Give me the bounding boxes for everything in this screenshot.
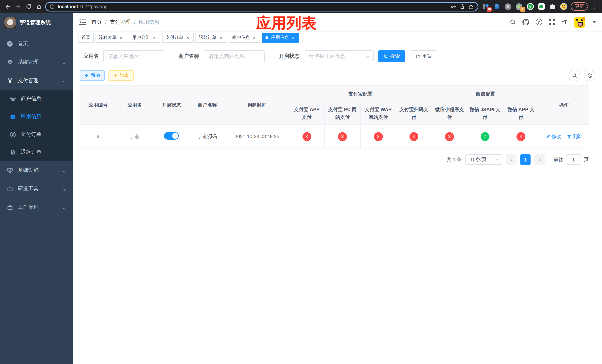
font-size-icon[interactable]: тT	[561, 19, 568, 25]
search-icon	[572, 73, 577, 78]
cell-created: 2021-10-23 08:49:25	[225, 125, 289, 148]
sidebar-item-infrastructure[interactable]: 基础设施	[0, 161, 73, 180]
page-content: 应用列表 应用名 商户名称 开启状态 请选择开启状态	[73, 44, 602, 364]
chevron-down-icon	[62, 205, 66, 209]
help-icon[interactable]: ?	[535, 19, 542, 25]
document-icon	[10, 149, 16, 155]
reload-icon[interactable]	[24, 2, 32, 11]
grid-icon	[10, 114, 16, 120]
col-wx-lite: 微信小程序支付	[432, 102, 467, 125]
breadcrumb-payment[interactable]: 支付管理	[110, 19, 131, 25]
tab-process-form[interactable]: 流程表单×	[96, 33, 127, 43]
page-size-select[interactable]: 10条/页	[465, 154, 502, 165]
col-wx-app: 微信 APP 支付	[503, 102, 539, 125]
cell-enabled	[153, 125, 190, 148]
sidebar: 芋道管理系统 首页 系统管理	[0, 13, 73, 364]
chevron-right-icon	[538, 158, 541, 162]
emoji-extension-icon[interactable]	[560, 3, 567, 10]
merchant-name-input[interactable]	[204, 50, 265, 62]
next-page-button[interactable]	[534, 154, 545, 165]
download-icon	[113, 73, 118, 78]
screenshot-extension-icon[interactable]: 10	[482, 3, 489, 10]
site-info-icon[interactable]	[50, 4, 55, 9]
screen: localhost:1024/pay/app 10 ⌘ 1 y 更新 ⋮	[0, 0, 602, 364]
fullscreen-icon[interactable]	[548, 19, 555, 25]
close-icon[interactable]: ×	[118, 35, 124, 40]
tab-merchant-info[interactable]: 商户信息×	[229, 33, 260, 43]
app-name-input[interactable]	[103, 50, 164, 62]
merchant-name-label: 商户名称	[178, 53, 199, 60]
tab-refund-orders[interactable]: 退款订单×	[195, 33, 227, 43]
avatar[interactable]	[574, 16, 585, 28]
export-button[interactable]: 导出	[108, 70, 134, 81]
collapse-sidebar-icon[interactable]	[79, 18, 86, 26]
prev-page-button[interactable]	[506, 154, 516, 165]
extensions-puzzle-icon[interactable]	[549, 3, 556, 10]
top-navbar: 首页 / 支付管理 / 应用信息 ?	[73, 13, 602, 32]
add-button[interactable]: 新增	[80, 70, 105, 81]
bookmark-star-icon[interactable]	[468, 3, 474, 10]
browser-update-button[interactable]: 更新	[571, 2, 588, 11]
group-alipay-config: 支付宝配置	[289, 85, 432, 102]
toolbox-icon	[7, 204, 13, 211]
trash-icon	[567, 134, 571, 139]
close-icon[interactable]: ×	[218, 35, 224, 40]
edit-link[interactable]: 修改	[546, 133, 561, 140]
tab-pay-orders[interactable]: 支付订单×	[162, 33, 194, 43]
tab-user-group[interactable]: 用户分组×	[129, 33, 160, 43]
browser-menu-icon[interactable]: ⋮	[592, 3, 597, 10]
home-icon[interactable]	[35, 2, 43, 11]
breadcrumb-home[interactable]: 首页	[91, 19, 102, 25]
chevron-down-icon	[366, 54, 369, 58]
annotation-title: 应用列表	[256, 13, 317, 33]
enabled-toggle[interactable]	[164, 132, 179, 139]
search-icon[interactable]	[509, 19, 516, 25]
status-wx-jsapi: ✓	[481, 132, 489, 141]
cell-actions: 修改 删除	[539, 125, 589, 148]
close-icon[interactable]: ×	[152, 35, 157, 40]
pin-extension-icon[interactable]	[493, 3, 501, 10]
github-icon[interactable]	[522, 19, 529, 25]
sidebar-item-app-info[interactable]: 应用信息	[0, 108, 73, 126]
page-number-1[interactable]: 1	[520, 154, 531, 165]
command-extension-icon[interactable]: ⌘	[504, 3, 512, 10]
y-extension-icon[interactable]: y	[527, 3, 534, 10]
search-button[interactable]: 搜索	[378, 50, 405, 62]
sidebar-item-dev-tools[interactable]: 研发工具	[0, 180, 73, 198]
sidebar-item-merchant-info[interactable]: 商户信息	[0, 90, 73, 108]
filter-form: 应用名 商户名称 开启状态 请选择开启状态 搜索	[83, 50, 595, 62]
status-alipay-pc: ×	[338, 132, 347, 141]
col-alipay-wap: 支付宝 WAP 网站支付	[360, 102, 396, 125]
back-icon[interactable]	[4, 2, 12, 11]
close-icon[interactable]: ×	[185, 35, 190, 40]
extension-badge: 1	[520, 7, 525, 12]
password-key-icon[interactable]	[451, 3, 456, 10]
chat-extension-icon[interactable]	[538, 3, 545, 10]
url-bar[interactable]: localhost:1024/pay/app	[45, 2, 478, 11]
tab-app-info[interactable]: 应用信息×	[262, 33, 299, 43]
chevron-down-icon	[62, 60, 66, 64]
sidebar-item-workflow[interactable]: 工作流程	[0, 198, 73, 217]
breadcrumb-current: 应用信息	[139, 19, 160, 25]
share-icon[interactable]	[460, 4, 465, 9]
tab-home[interactable]: 首页	[78, 33, 94, 43]
breadcrumb: 首页 / 支付管理 / 应用信息	[91, 19, 160, 25]
toggle-search-button[interactable]	[569, 70, 580, 81]
close-icon[interactable]: ×	[252, 35, 257, 40]
reset-button[interactable]: 重置	[410, 50, 437, 62]
sidebar-item-refund-orders[interactable]: 退款订单	[0, 143, 73, 161]
sidebar-logo[interactable]: 芋道管理系统	[0, 13, 73, 32]
recorder-extension-icon[interactable]: 1	[515, 3, 523, 10]
avatar-caret-icon[interactable]	[592, 21, 596, 23]
delete-link[interactable]: 删除	[567, 133, 582, 140]
forward-icon[interactable]	[14, 2, 22, 11]
sidebar-item-payment[interactable]: 支付管理	[0, 72, 73, 90]
close-icon[interactable]: ×	[291, 35, 296, 40]
sidebar-item-pay-orders[interactable]: 支付订单	[0, 126, 73, 143]
status-select[interactable]: 请选择开启状态	[304, 50, 374, 62]
sidebar-item-system[interactable]: 系统管理	[0, 53, 73, 72]
url-text[interactable]: localhost:1024/pay/app	[58, 4, 107, 9]
refresh-table-button[interactable]	[584, 70, 595, 81]
goto-page-input[interactable]	[566, 154, 581, 165]
sidebar-item-home[interactable]: 首页	[0, 34, 73, 53]
